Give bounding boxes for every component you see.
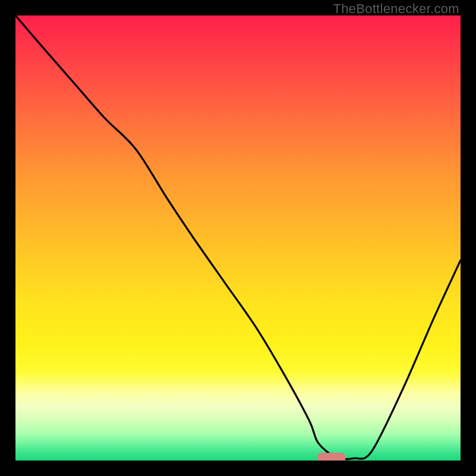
curve-path bbox=[15, 15, 461, 459]
optimum-marker bbox=[317, 453, 346, 461]
plot-area bbox=[15, 15, 461, 461]
bottleneck-curve bbox=[15, 15, 461, 461]
watermark-text: TheBottlenecker.com bbox=[333, 1, 459, 17]
chart-frame: TheBottlenecker.com bbox=[0, 0, 476, 476]
